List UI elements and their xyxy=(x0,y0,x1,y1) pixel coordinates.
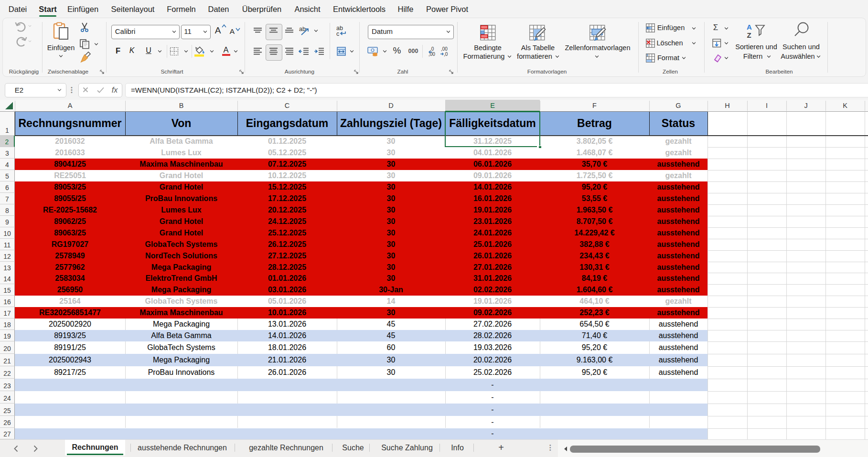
svg-text:A: A xyxy=(747,23,752,31)
svg-text:Z: Z xyxy=(747,31,751,39)
